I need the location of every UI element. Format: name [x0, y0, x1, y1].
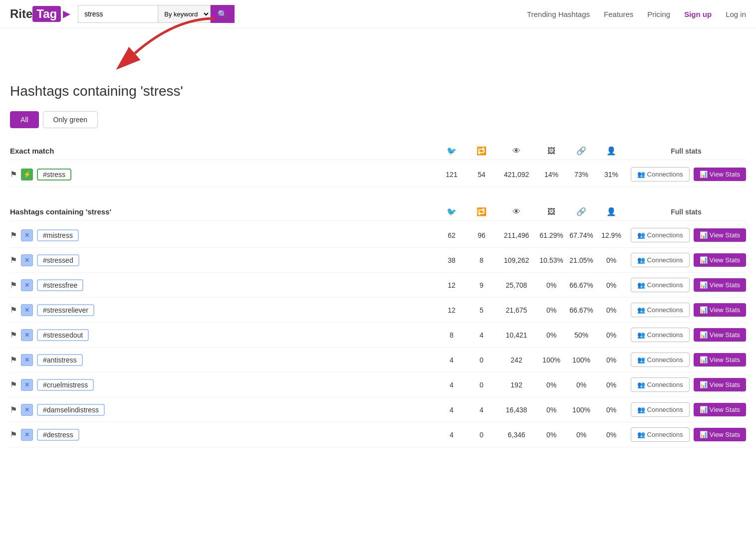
main-content: Hashtags containing 'stress' All Only gr…	[0, 73, 756, 473]
col-img-value: 100%	[536, 356, 566, 364]
bookmark-icon[interactable]: ⚑	[10, 355, 17, 365]
bookmark-icon[interactable]: ⚑	[10, 430, 17, 439]
viewstats-button[interactable]: 📊 View Stats	[694, 303, 746, 317]
row-actions: 👥 Connections 📊 View Stats	[626, 167, 746, 182]
col-img-value: 14%	[536, 171, 566, 179]
connections-button[interactable]: 👥 Connections	[631, 328, 690, 342]
hashtag-label[interactable]: #cruelmistress	[37, 379, 94, 391]
nav-signup[interactable]: Sign up	[684, 10, 712, 18]
connections-icon: 👥	[637, 306, 645, 314]
exact-match-section: Exact match 🐦 🔁 👁 🖼 🔗 👤 Full stats ⚑ ⚡ #…	[10, 142, 746, 187]
hashtag-label[interactable]: #stressedout	[37, 329, 89, 341]
col-link-value: 21.05%	[566, 256, 596, 264]
col-tw-value: 4	[437, 356, 467, 364]
connections-button[interactable]: 👥 Connections	[631, 353, 690, 367]
connections-button[interactable]: 👥 Connections	[631, 228, 690, 242]
filter-all-button[interactable]: All	[10, 111, 39, 128]
hashtag-label[interactable]: #stressfree	[37, 279, 83, 291]
viewstats-button[interactable]: 📊 View Stats	[694, 403, 746, 416]
viewstats-button[interactable]: 📊 View Stats	[694, 228, 746, 242]
viewstats-button[interactable]: 📊 View Stats	[694, 353, 746, 366]
col-link-value: 0%	[566, 431, 596, 439]
connections-button[interactable]: 👥 Connections	[631, 402, 690, 417]
table-row: ⚑ ✕ #stressed 38 8 109,262 10.53% 21.05%…	[10, 248, 746, 273]
connections-button[interactable]: 👥 Connections	[631, 377, 690, 392]
row-actions: 👥 Connections 📊 View Stats	[626, 303, 746, 317]
hashtag-label[interactable]: #stressed	[37, 254, 79, 266]
tag-status-icon: ✕	[21, 429, 33, 441]
viewstats-button[interactable]: 📊 View Stats	[694, 168, 746, 181]
main-nav: Trending Hashtags Features Pricing Sign …	[527, 10, 746, 18]
col-header-rt2: 🔁	[467, 207, 497, 216]
logo[interactable]: Rite Tag ▶	[10, 6, 70, 22]
viewstats-button[interactable]: 📊 View Stats	[694, 328, 746, 342]
viewstats-button[interactable]: 📊 View Stats	[694, 428, 746, 441]
col-views-value: 16,438	[497, 406, 536, 414]
col-rt-value: 8	[467, 256, 497, 264]
hashtag-label[interactable]: #destress	[37, 429, 79, 441]
connections-icon: 👥	[637, 256, 645, 264]
bookmark-icon[interactable]: ⚑	[10, 405, 17, 414]
connections-button[interactable]: 👥 Connections	[631, 167, 690, 182]
bookmark-icon[interactable]: ⚑	[10, 280, 17, 290]
col-header-views: 👁	[497, 147, 536, 156]
chart-icon: 📊	[700, 406, 708, 413]
connections-icon: 👥	[637, 381, 645, 388]
row-actions: 👥 Connections 📊 View Stats	[626, 278, 746, 292]
col-tw-value: 4	[437, 431, 467, 439]
table-row: ⚑ ✕ #cruelmistress 4 0 192 0% 0% 0% 👥 Co…	[10, 372, 746, 397]
bookmark-icon[interactable]: ⚑	[10, 255, 17, 265]
bookmark-icon[interactable]: ⚑	[10, 170, 17, 179]
chart-icon: 📊	[700, 306, 708, 314]
bookmark-icon[interactable]: ⚑	[10, 380, 17, 389]
table-row: ⚑ ⚡ #stress 121 54 421,092 14% 73% 31% 👥…	[10, 162, 746, 187]
connections-button[interactable]: 👥 Connections	[631, 278, 690, 292]
bookmark-icon[interactable]: ⚑	[10, 305, 17, 315]
chart-icon: 📊	[700, 281, 708, 289]
hashtag-label[interactable]: #mistress	[37, 229, 79, 241]
col-views-value: 21,675	[497, 306, 536, 314]
col-header-fullstats2: Full stats	[626, 208, 746, 216]
tag-status-icon: ✕	[21, 229, 33, 241]
row-left: ⚑ ✕ #stressfree	[10, 279, 437, 291]
table-row: ⚑ ✕ #damselindistress 4 4 16,438 0% 100%…	[10, 397, 746, 422]
col-header-link2: 🔗	[566, 207, 596, 216]
row-actions: 👥 Connections 📊 View Stats	[626, 402, 746, 417]
nav-features[interactable]: Features	[604, 10, 633, 18]
col-tw-value: 8	[437, 331, 467, 339]
bookmark-icon[interactable]: ⚑	[10, 230, 17, 240]
bookmark-icon[interactable]: ⚑	[10, 330, 17, 340]
connections-button[interactable]: 👥 Connections	[631, 253, 690, 267]
viewstats-button[interactable]: 📊 View Stats	[694, 378, 746, 391]
col-user-value: 0%	[596, 431, 626, 439]
viewstats-button[interactable]: 📊 View Stats	[694, 253, 746, 267]
col-link-value: 100%	[566, 356, 596, 364]
chart-icon: 📊	[700, 256, 708, 264]
arrow-container	[0, 28, 756, 73]
row-left: ⚑ ✕ #antistress	[10, 354, 437, 366]
tag-status-icon: ⚡	[21, 169, 33, 181]
col-link-value: 66.67%	[566, 281, 596, 289]
connections-button[interactable]: 👥 Connections	[631, 303, 690, 317]
row-left: ⚑ ✕ #stressedout	[10, 329, 437, 341]
connections-icon: 👥	[637, 231, 645, 239]
col-user-value: 0%	[596, 331, 626, 339]
col-tw-value: 4	[437, 406, 467, 414]
nav-pricing[interactable]: Pricing	[647, 10, 670, 18]
hashtag-label[interactable]: #stress	[37, 169, 71, 181]
col-rt-value: 0	[467, 356, 497, 364]
hashtag-label[interactable]: #damselindistress	[37, 404, 105, 416]
connections-button[interactable]: 👥 Connections	[631, 427, 690, 442]
contains-header: Hashtags containing 'stress' 🐦 🔁 👁 🖼 🔗 👤…	[10, 203, 746, 221]
nav-trending[interactable]: Trending Hashtags	[527, 10, 590, 18]
col-img-value: 0%	[536, 331, 566, 339]
viewstats-button[interactable]: 📊 View Stats	[694, 278, 746, 292]
hashtag-label[interactable]: #stressreliever	[37, 304, 94, 316]
table-row: ⚑ ✕ #mistress 62 96 211,496 61.29% 67.74…	[10, 223, 746, 248]
col-user-value: 0%	[596, 356, 626, 364]
filter-green-button[interactable]: Only green	[43, 111, 98, 128]
nav-login[interactable]: Log in	[726, 10, 746, 18]
table-row: ⚑ ✕ #stressfree 12 9 25,708 0% 66.67% 0%…	[10, 273, 746, 298]
hashtag-label[interactable]: #antistress	[37, 354, 83, 366]
col-tw-value: 62	[437, 231, 467, 239]
